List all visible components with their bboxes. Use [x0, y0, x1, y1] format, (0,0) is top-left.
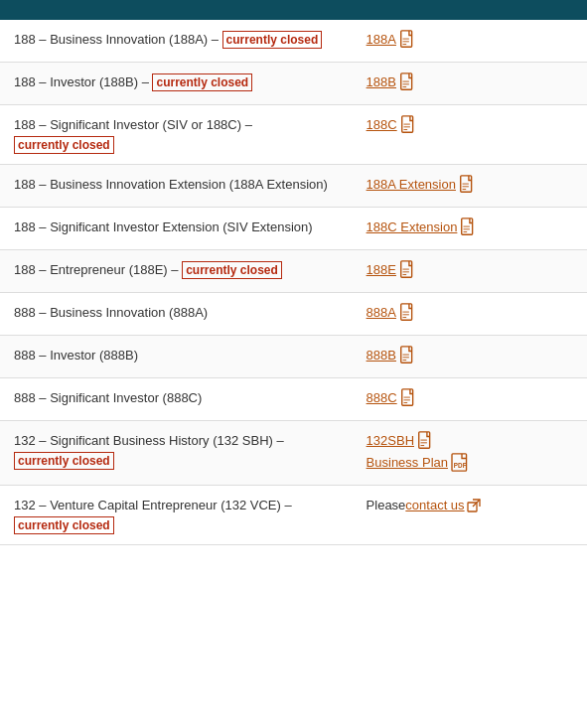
table-row: 888 – Business Innovation (888A)888A [0, 293, 587, 336]
subclass-cell: 888 – Investor (888B) [0, 336, 353, 378]
forms-cell: 188B [353, 63, 587, 105]
subclass-text: 188 – Significant Investor Extension (SI… [14, 219, 313, 234]
doc-icon [400, 388, 418, 408]
form-item: Please contact us [367, 496, 573, 515]
pdf-icon: PDF [451, 453, 473, 473]
form-link[interactable]: Business Plan [367, 453, 448, 473]
subclass-cell: 132 – Venture Capital Entrepreneur (132 … [0, 486, 353, 545]
subclass-text: 188 – Investor (188B) – [14, 74, 149, 89]
closed-badge: currently closed [222, 31, 323, 49]
form-item: 888C [367, 388, 573, 408]
forms-cell: 188A [353, 20, 587, 63]
table-row: 188 – Business Innovation (188A) – curre… [0, 20, 587, 63]
form-link[interactable]: 188A Extension [367, 175, 456, 195]
doc-icon [400, 115, 418, 135]
form-item: 132SBH [367, 431, 573, 451]
col-header-subclass [0, 0, 353, 20]
subclass-text: 188 – Business Innovation (188A) – [14, 32, 219, 47]
subclass-cell: 188 – Investor (188B) – currently closed [0, 63, 353, 105]
forms-cell: 188E [353, 250, 587, 293]
doc-icon [399, 346, 417, 365]
form-link[interactable]: 888B [367, 346, 396, 365]
table-header-row [0, 0, 587, 20]
subclass-cell: 888 – Significant Investor (888C) [0, 378, 353, 421]
form-prefix: Please [367, 496, 406, 515]
table-row: 188 – Significant Investor Extension (SI… [0, 208, 587, 250]
table-row: 188 – Significant Investor (SIV or 188C)… [0, 105, 587, 165]
forms-cell: 888A [353, 293, 587, 336]
closed-badge: currently closed [152, 73, 252, 91]
forms-cell: 888C [353, 378, 587, 421]
doc-icon [399, 260, 417, 280]
subclass-text: 188 – Business Innovation Extension (188… [14, 177, 328, 192]
forms-cell: 188A Extension [353, 165, 587, 208]
form-link[interactable]: 888C [367, 388, 397, 408]
form-item: 888B [367, 346, 573, 365]
subclass-text: 888 – Business Innovation (888A) [14, 305, 208, 320]
subclass-text: 132 – Venture Capital Entrepreneur (132 … [14, 498, 292, 512]
svg-text:PDF: PDF [454, 462, 467, 469]
form-link[interactable]: 188C [367, 115, 397, 135]
closed-badge: currently closed [14, 516, 114, 534]
form-link[interactable]: 888A [367, 303, 396, 323]
doc-icon [459, 175, 477, 195]
subclass-cell: 188 – Significant Investor Extension (SI… [0, 208, 353, 250]
subclass-cell: 132 – Significant Business History (132 … [0, 421, 353, 486]
form-link[interactable]: 188E [367, 260, 396, 280]
external-link-icon [467, 499, 481, 512]
form-item: Business Plan PDF [367, 453, 573, 473]
subclass-text: 188 – Entrepreneur (188E) – [14, 262, 179, 277]
form-link[interactable]: 132SBH [367, 431, 414, 451]
forms-cell: 188C Extension [353, 208, 587, 250]
forms-cell: 132SBH Business Plan PDF [353, 421, 587, 486]
doc-icon [399, 30, 417, 50]
forms-cell: 188C [353, 105, 587, 165]
closed-badge: currently closed [182, 261, 282, 279]
subclass-cell: 888 – Business Innovation (888A) [0, 293, 353, 336]
forms-cell: Please contact us [353, 486, 587, 545]
col-header-forms [353, 0, 587, 20]
form-link[interactable]: 188B [367, 73, 396, 92]
forms-cell: 888B [353, 336, 587, 378]
form-item: 888A [367, 303, 573, 323]
form-item: 188C Extension [367, 218, 573, 237]
table-row: 888 – Significant Investor (888C)888C [0, 378, 587, 421]
subclass-cell: 188 – Business Innovation (188A) – curre… [0, 20, 353, 63]
form-item: 188A Extension [367, 175, 573, 195]
table-row: 888 – Investor (888B)888B [0, 336, 587, 378]
form-item: 188A [367, 30, 573, 50]
form-link[interactable]: 188A [367, 30, 396, 50]
closed-badge: currently closed [14, 452, 114, 470]
table-row: 188 – Investor (188B) – currently closed… [0, 63, 587, 105]
visa-table: 188 – Business Innovation (188A) – curre… [0, 0, 587, 545]
doc-icon [399, 303, 417, 323]
subclass-text: 132 – Significant Business History (132 … [14, 433, 284, 448]
form-item: 188E [367, 260, 573, 280]
subclass-cell: 188 – Entrepreneur (188E) – currently cl… [0, 250, 353, 293]
subclass-text: 188 – Significant Investor (SIV or 188C)… [14, 117, 252, 132]
doc-icon [399, 73, 417, 92]
doc-icon [417, 431, 435, 451]
table-row: 188 – Business Innovation Extension (188… [0, 165, 587, 208]
table-row: 188 – Entrepreneur (188E) – currently cl… [0, 250, 587, 293]
closed-badge: currently closed [14, 136, 114, 154]
subclass-text: 888 – Investor (888B) [14, 348, 138, 363]
subclass-cell: 188 – Business Innovation Extension (188… [0, 165, 353, 208]
subclass-cell: 188 – Significant Investor (SIV or 188C)… [0, 105, 353, 165]
table-row: 132 – Significant Business History (132 … [0, 421, 587, 486]
table-row: 132 – Venture Capital Entrepreneur (132 … [0, 486, 587, 545]
doc-icon [460, 218, 478, 237]
form-item: 188C [367, 115, 573, 135]
form-link[interactable]: contact us [405, 496, 464, 515]
form-item: 188B [367, 73, 573, 92]
subclass-text: 888 – Significant Investor (888C) [14, 390, 202, 405]
form-link[interactable]: 188C Extension [367, 218, 458, 237]
